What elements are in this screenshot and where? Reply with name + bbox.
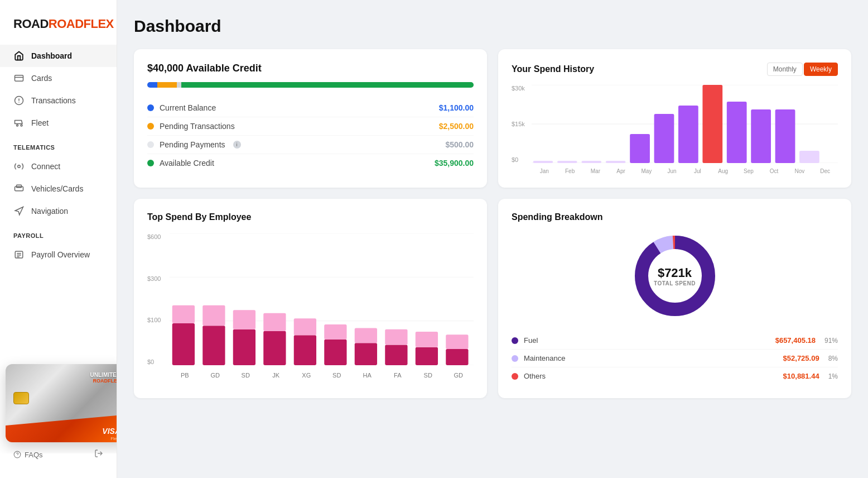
dot-green <box>147 160 154 166</box>
navigation-label: Navigation <box>31 207 68 216</box>
svg-rect-51 <box>355 328 377 343</box>
svg-rect-44 <box>263 331 286 365</box>
available-value: $35,900.00 <box>435 159 474 168</box>
monthly-toggle[interactable]: Monthly <box>767 63 803 76</box>
sidebar-item-vehicles-cards[interactable]: Vehicles/Cards <box>0 178 117 200</box>
svg-rect-23 <box>581 161 601 163</box>
top-spend-panel: Top Spend By Employee $600 $300 $100 $0 <box>134 199 487 398</box>
svg-point-7 <box>18 165 21 168</box>
employee-bar-svg <box>170 233 474 365</box>
svg-rect-32 <box>799 151 819 163</box>
card-roadflex: ROADFLEX <box>90 378 117 384</box>
emp-y-labels: $600 $300 $100 $0 <box>147 233 167 365</box>
svg-rect-25 <box>630 134 650 163</box>
sidebar-item-transactions[interactable]: Transactions <box>0 89 117 112</box>
sidebar-item-cards[interactable]: Cards <box>0 67 117 89</box>
credit-bar <box>147 82 474 88</box>
svg-rect-57 <box>446 334 468 349</box>
sidebar-item-payroll-overview[interactable]: Payroll Overview <box>0 243 117 266</box>
svg-rect-29 <box>727 102 747 163</box>
svg-rect-22 <box>557 161 577 163</box>
svg-rect-41 <box>202 305 225 326</box>
svg-rect-46 <box>294 335 316 365</box>
svg-rect-28 <box>702 85 722 163</box>
breakdown-title: Spending Breakdown <box>512 212 838 222</box>
bottom-grid: Top Spend By Employee $600 $300 $100 $0 <box>134 199 851 398</box>
pending-tx-label: Pending Transactions <box>147 122 235 131</box>
dot-maintenance <box>512 355 518 362</box>
balance-text: Current Balance <box>160 103 216 112</box>
pending-pay-value: $500.00 <box>445 140 474 149</box>
fuel-pct: 91% <box>824 337 838 345</box>
vehicles-cards-label: Vehicles/Cards <box>31 184 83 193</box>
breakdown-others-label: Others <box>512 372 546 380</box>
breakdown-row-fuel: Fuel $657,405.18 91% <box>512 332 838 350</box>
sidebar-item-connect[interactable]: Connect <box>0 155 117 178</box>
top-spend-title: Top Spend By Employee <box>147 212 474 222</box>
donut-wrap: $721k TOTAL SPEND <box>630 231 720 321</box>
svg-point-6 <box>21 125 22 126</box>
cards-icon <box>13 73 25 84</box>
dot-blue <box>147 104 154 111</box>
svg-rect-55 <box>416 332 438 347</box>
payroll-icon <box>13 249 25 260</box>
svg-rect-50 <box>355 343 377 365</box>
svg-rect-39 <box>172 305 195 323</box>
others-pct: 1% <box>828 372 838 380</box>
logo: ROADROADFLEX <box>0 11 117 45</box>
svg-rect-47 <box>294 318 316 335</box>
svg-rect-40 <box>202 326 225 365</box>
payroll-section-label: PAYROLL <box>0 222 117 243</box>
weekly-toggle[interactable]: Weekly <box>804 63 838 76</box>
bar-current-balance <box>147 82 157 88</box>
telematics-section-label: TELEMATICS <box>0 134 117 155</box>
top-grid: $40,000 Available Credit Current Balance… <box>134 49 851 188</box>
main-nav: Dashboard Cards Transactions Fleet <box>0 45 117 134</box>
y-label-30k: $30k <box>512 85 525 92</box>
fleet-label: Fleet <box>31 118 49 127</box>
spend-history-header: Your Spend History Monthly Weekly <box>512 63 838 76</box>
dashboard-label: Dashboard <box>31 51 72 60</box>
card-preview: UNLIMITED ROADFLEX VISA Fleet <box>0 297 117 453</box>
dot-orange <box>147 123 154 130</box>
svg-point-5 <box>17 125 18 126</box>
bar-available-credit <box>181 82 474 88</box>
svg-rect-54 <box>416 347 438 365</box>
breakdown-maintenance-values: $52,725.09 8% <box>783 354 838 362</box>
card-visa: VISA <box>102 427 117 436</box>
card-unlimited: UNLIMITED <box>90 372 117 378</box>
svg-rect-49 <box>324 324 346 340</box>
sidebar-item-fleet[interactable]: Fleet <box>0 112 117 134</box>
home-icon <box>13 50 25 61</box>
credit-item-balance: Current Balance $1,100.00 <box>147 99 474 117</box>
credit-item-pending-pay: Pending Payments i $500.00 <box>147 136 474 154</box>
y-label-15k: $15k <box>512 121 525 127</box>
fuel-text: Fuel <box>524 336 538 345</box>
maintenance-pct: 8% <box>828 355 838 362</box>
svg-rect-30 <box>751 109 771 163</box>
sidebar-item-dashboard[interactable]: Dashboard <box>0 45 117 67</box>
page-title: Dashboard <box>134 17 851 36</box>
credit-title: $40,000 Available Credit <box>147 63 474 74</box>
others-text: Others <box>524 372 546 380</box>
spend-history-title: Your Spend History <box>512 64 594 74</box>
pending-pay-label: Pending Payments i <box>147 140 241 149</box>
svg-rect-0 <box>15 75 23 82</box>
credit-item-available: Available Credit $35,900.00 <box>147 154 474 172</box>
logo-accent: ROADFLEX <box>49 17 114 31</box>
pending-tx-value: $2,500.00 <box>439 122 474 131</box>
balance-label: Current Balance <box>147 103 216 112</box>
others-amount: $10,881.44 <box>783 372 819 380</box>
connect-icon <box>13 161 25 172</box>
spend-history-panel: Your Spend History Monthly Weekly $30k $… <box>498 49 851 188</box>
spending-breakdown-panel: Spending Breakdown $721k TOTAL SPEND <box>498 199 851 398</box>
breakdown-row-others: Others $10,881.44 1% <box>512 367 838 385</box>
sidebar-item-navigation[interactable]: Navigation <box>0 200 117 222</box>
pending-pay-text: Pending Payments <box>160 140 225 149</box>
employee-chart-area: $600 $300 $100 $0 <box>147 233 474 379</box>
transactions-label: Transactions <box>31 96 76 105</box>
dot-others <box>512 373 518 380</box>
cards-label: Cards <box>31 74 52 83</box>
spend-chart: $30k $15k $0 <box>512 85 838 174</box>
svg-rect-26 <box>654 114 674 163</box>
